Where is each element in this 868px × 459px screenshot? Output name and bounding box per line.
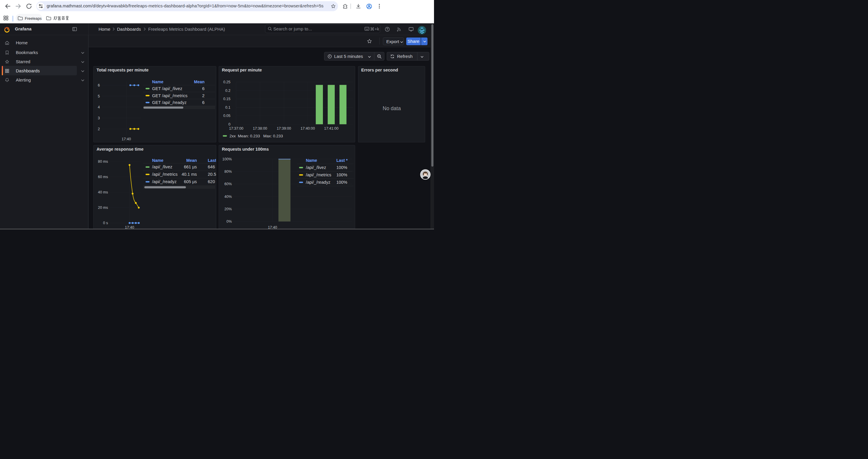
- svg-text:Name: Name: [152, 79, 163, 84]
- svg-text:6: 6: [202, 100, 205, 105]
- svg-text:/api/_/metrics: /api/_/metrics: [306, 172, 331, 177]
- svg-text:GET /api/_/metrics: GET /api/_/metrics: [152, 93, 188, 98]
- svg-text:0: 0: [228, 122, 230, 126]
- svg-text:100%: 100%: [336, 180, 347, 185]
- svg-text:605 µs: 605 µs: [184, 179, 197, 184]
- svg-text:Last *: Last *: [336, 158, 348, 163]
- svg-text:2: 2: [98, 127, 100, 131]
- svg-text:20.5 m: 20.5 m: [208, 172, 216, 177]
- svg-text:17:38:00: 17:38:00: [253, 126, 267, 131]
- svg-text:0.2: 0.2: [225, 88, 230, 93]
- svg-text:GET /api/_/livez: GET /api/_/livez: [152, 86, 182, 91]
- svg-text:0 s: 0 s: [103, 221, 108, 225]
- svg-text:6: 6: [202, 86, 205, 91]
- svg-text:0.1: 0.1: [225, 105, 230, 109]
- svg-text:2: 2: [202, 93, 205, 98]
- svg-text:Name: Name: [306, 158, 317, 163]
- svg-text:661 µs: 661 µs: [184, 165, 197, 169]
- svg-text:60%: 60%: [224, 182, 232, 186]
- svg-text:2xx: 2xx: [229, 134, 236, 138]
- svg-text:620 µ: 620 µ: [208, 179, 216, 184]
- svg-text:0%: 0%: [226, 220, 232, 224]
- svg-text:80%: 80%: [224, 169, 232, 174]
- svg-text:3: 3: [98, 116, 100, 120]
- svg-text:646 µ: 646 µ: [208, 165, 216, 169]
- svg-text:0.05: 0.05: [223, 114, 230, 118]
- svg-text:Mean: Mean: [186, 158, 197, 163]
- svg-text:20 ms: 20 ms: [98, 205, 108, 210]
- svg-text:0.15: 0.15: [223, 97, 230, 101]
- svg-text:Name: Name: [152, 158, 163, 163]
- svg-text:100%: 100%: [336, 172, 347, 177]
- svg-text:80 ms: 80 ms: [98, 160, 108, 164]
- svg-text:0.25: 0.25: [223, 80, 230, 84]
- svg-text:/api/_/readyz: /api/_/readyz: [306, 180, 330, 185]
- svg-text:/api/_/readyz: /api/_/readyz: [152, 179, 177, 184]
- svg-text:100%: 100%: [336, 165, 347, 170]
- svg-text:GET /api/_/readyz: GET /api/_/readyz: [152, 100, 187, 105]
- svg-text:60 ms: 60 ms: [98, 175, 108, 179]
- svg-text:17:37:00: 17:37:00: [229, 126, 243, 131]
- svg-text:17:41:00: 17:41:00: [324, 126, 339, 131]
- svg-text:Last *: Last *: [208, 158, 216, 163]
- svg-text:Max: 0.233: Max: 0.233: [263, 134, 283, 138]
- svg-text:5: 5: [98, 94, 100, 98]
- svg-text:/api/_/livez: /api/_/livez: [152, 165, 173, 169]
- svg-text:6: 6: [98, 83, 100, 87]
- svg-text:Mean: 0.233: Mean: 0.233: [238, 134, 260, 138]
- svg-text:17:40: 17:40: [122, 137, 131, 141]
- svg-text:17:39:00: 17:39:00: [277, 126, 291, 131]
- svg-text:40 ms: 40 ms: [98, 190, 108, 194]
- svg-text:20%: 20%: [224, 207, 232, 211]
- svg-text:/api/_/livez: /api/_/livez: [306, 165, 326, 170]
- svg-text:4: 4: [98, 105, 100, 109]
- svg-text:40%: 40%: [224, 195, 232, 199]
- svg-text:Mean: Mean: [194, 79, 205, 84]
- svg-text:/api/_/metrics: /api/_/metrics: [152, 172, 178, 177]
- svg-text:100%: 100%: [222, 157, 232, 161]
- svg-text:17:40:00: 17:40:00: [301, 126, 315, 131]
- svg-text:40.1 ms: 40.1 ms: [182, 172, 197, 177]
